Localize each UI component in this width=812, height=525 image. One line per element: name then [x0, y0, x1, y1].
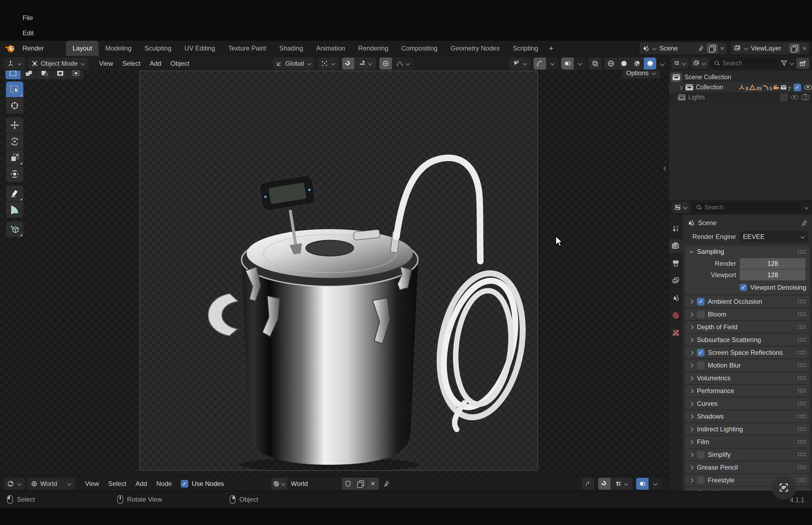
topbar-menu-item[interactable]: Edit: [17, 26, 51, 41]
scene-selector[interactable]: Scene ×: [639, 42, 727, 54]
proportional-editing-toggle[interactable]: [379, 58, 392, 70]
panel-drag-handle[interactable]: [797, 414, 806, 419]
selectability-visibility-dropdown[interactable]: [509, 58, 530, 70]
transform-orientation-dropdown[interactable]: Global: [273, 58, 315, 70]
tool-move[interactable]: [6, 117, 23, 133]
select-mode-extend-button[interactable]: [21, 71, 36, 79]
select-mode-subtract-button[interactable]: [37, 71, 52, 79]
pin-icon[interactable]: [801, 219, 808, 226]
workspace-tab[interactable]: Geometry Nodes: [444, 41, 506, 56]
viewport-menu-item[interactable]: Object: [166, 58, 194, 70]
disable-render-icon[interactable]: [802, 95, 809, 100]
tool-scale[interactable]: [6, 150, 23, 166]
render-panel-header[interactable]: Shadows: [685, 410, 810, 422]
workspace-tab[interactable]: UV Editing: [178, 41, 222, 56]
tab-viewlayer-properties[interactable]: [669, 274, 683, 287]
tool-transform[interactable]: [6, 166, 23, 182]
panel-drag-handle[interactable]: [797, 452, 806, 457]
show-gizmo-toggle[interactable]: [534, 58, 546, 70]
outliner-row-lights[interactable]: Lights: [669, 92, 812, 102]
pin-icon[interactable]: [698, 45, 704, 51]
tab-texture-properties[interactable]: [669, 326, 683, 340]
collection-exclude-checkbox[interactable]: [794, 84, 801, 91]
sampling-render-value[interactable]: 128: [740, 258, 806, 269]
panel-drag-handle[interactable]: [797, 478, 806, 482]
viewport-3d[interactable]: Options: [0, 71, 668, 476]
panel-checkbox[interactable]: [697, 451, 705, 459]
topbar-menu-item[interactable]: File: [17, 10, 51, 26]
xray-toggle[interactable]: [589, 58, 601, 70]
expand-collection-icon[interactable]: [678, 85, 683, 90]
select-mode-invert-button[interactable]: [53, 71, 68, 79]
workspace-tab[interactable]: Texture Paint: [222, 41, 273, 56]
outliner-filter-id-dropdown[interactable]: [691, 58, 708, 69]
panel-drag-handle[interactable]: [797, 388, 806, 393]
render-panel-header[interactable]: Bloom: [685, 309, 810, 320]
render-panel-header[interactable]: Ambient Occlusion: [685, 296, 810, 307]
world-name-field[interactable]: World: [287, 478, 341, 490]
node-editor-menu-item[interactable]: Add: [131, 478, 152, 490]
select-mode-intersect-button[interactable]: [68, 71, 83, 79]
viewport-menu-item[interactable]: Add: [145, 58, 166, 70]
viewport-menu-item[interactable]: Select: [118, 58, 145, 70]
sampling-viewport-value[interactable]: 128: [740, 270, 806, 281]
node-editor-menu-item[interactable]: Select: [104, 478, 131, 490]
node-snap-settings-dropdown[interactable]: [611, 478, 632, 490]
new-collection-button[interactable]: [796, 58, 809, 69]
node-overlays-dropdown[interactable]: [649, 478, 661, 490]
solid-shading-button[interactable]: [618, 58, 630, 70]
render-panel-header[interactable]: Screen Space Reflections: [685, 347, 810, 358]
render-panel-header[interactable]: Film: [685, 436, 810, 448]
render-panel-header[interactable]: Grease Pencil: [685, 462, 810, 473]
workspace-tab[interactable]: +: [545, 41, 558, 56]
panel-drag-handle[interactable]: [797, 312, 806, 316]
mode-selector[interactable]: Object Mode: [28, 58, 89, 70]
tab-scene-properties[interactable]: [669, 291, 683, 305]
new-world-button[interactable]: [354, 478, 366, 490]
use-nodes-option[interactable]: Use Nodes: [181, 480, 224, 487]
tool-cursor[interactable]: [6, 98, 23, 114]
tab-render-properties[interactable]: [669, 239, 683, 253]
render-panel-header[interactable]: Curves: [685, 398, 810, 409]
unlink-world-button[interactable]: ×: [367, 478, 379, 490]
sidebar-expand-arrow[interactable]: [662, 166, 667, 170]
live-text-overlay-button[interactable]: [772, 476, 796, 499]
remove-viewlayer-icon[interactable]: ×: [802, 45, 807, 52]
render-panel-header[interactable]: Depth of Field: [685, 321, 810, 333]
unlink-scene-icon[interactable]: ×: [720, 45, 724, 52]
proportional-falloff-dropdown[interactable]: [393, 58, 414, 70]
new-scene-button[interactable]: [707, 43, 718, 53]
viewport-options-button[interactable]: Options: [622, 71, 661, 79]
gizmo-dropdown[interactable]: [547, 58, 558, 70]
properties-options-dropdown[interactable]: [804, 205, 809, 210]
panel-checkbox[interactable]: [697, 362, 705, 369]
outliner-search-input[interactable]: [722, 60, 775, 67]
tool-select-box[interactable]: [6, 81, 23, 97]
editor-type-selector[interactable]: [4, 478, 25, 490]
render-panel-header[interactable]: Volumetrics: [685, 372, 810, 384]
panel-checkbox[interactable]: [697, 311, 705, 318]
outliner-display-mode-dropdown[interactable]: [671, 58, 689, 69]
panel-checkbox[interactable]: [697, 349, 705, 357]
node-editor-menu-item[interactable]: Node: [152, 478, 177, 490]
material-preview-shading-button[interactable]: [631, 58, 643, 70]
workspace-tab[interactable]: Modeling: [98, 41, 138, 56]
panel-drag-handle[interactable]: [797, 350, 806, 355]
node-snap-toggle[interactable]: [598, 478, 611, 490]
panel-drag-handle[interactable]: [797, 250, 806, 254]
tool-annotate[interactable]: [6, 186, 23, 201]
workspace-tab[interactable]: Rendering: [352, 41, 395, 56]
pivot-point-dropdown[interactable]: [318, 58, 339, 70]
panel-drag-handle[interactable]: [797, 338, 806, 342]
go-to-parent-node-tree-button[interactable]: [582, 478, 594, 490]
outliner-filter-dropdown[interactable]: [781, 60, 794, 67]
outliner-row-scene-collection[interactable]: Scene Collection: [669, 72, 812, 82]
panel-drag-handle[interactable]: [797, 465, 806, 470]
properties-editor-type-dropdown[interactable]: [672, 202, 690, 213]
properties-search-input[interactable]: [705, 204, 797, 211]
viewport-denoising-checkbox[interactable]: [740, 284, 747, 291]
snap-toggle[interactable]: [342, 58, 354, 70]
use-nodes-checkbox[interactable]: [181, 480, 188, 487]
panel-checkbox[interactable]: [697, 298, 705, 305]
hide-viewport-icon[interactable]: [791, 95, 798, 100]
